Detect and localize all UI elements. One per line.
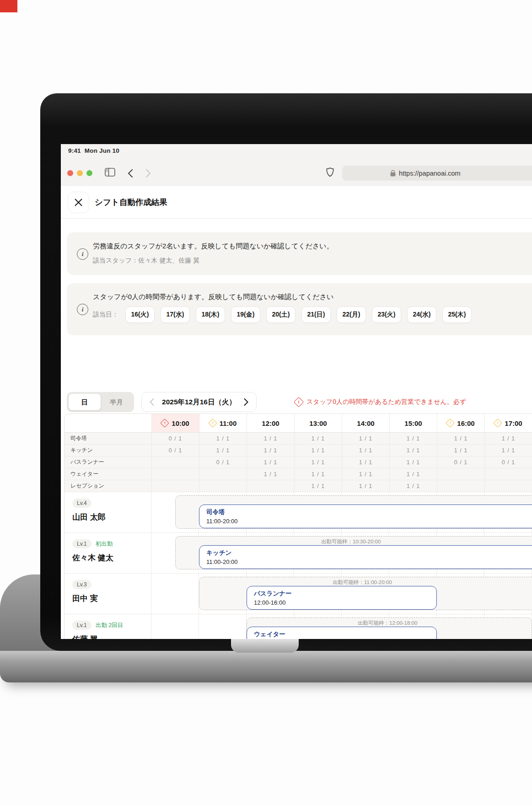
view-day-button[interactable]: 日	[69, 394, 101, 410]
chevron-right-icon[interactable]	[244, 398, 248, 406]
staff-row: Lv.1初出勤佐々木 健太出勤可能枠：10:30-20:00キッチン11:00-…	[64, 533, 532, 574]
close-button[interactable]	[68, 192, 89, 213]
shift-block[interactable]: ウェイター12:00-16:00	[247, 627, 437, 639]
date-chip-list: 該当日： 16(火)17(水)18(木)19(金)20(土)21(日)22(月)…	[93, 306, 472, 323]
level-badge: Lv.4	[72, 499, 91, 508]
role-count-cell: 1 / 1	[437, 445, 484, 456]
date-chip[interactable]: 21(日)	[301, 306, 331, 323]
role-summary-row: 司令塔0 / 11 / 11 / 11 / 11 / 11 / 11 / 11 …	[64, 433, 532, 445]
sidebar-toggle-icon[interactable]	[105, 168, 115, 177]
time-column-header: 14:00	[342, 414, 389, 432]
role-count-cell: 1 / 1	[342, 456, 389, 468]
role-count-cell: 1 / 1	[294, 445, 342, 456]
role-summary-row: ウェイター1 / 11 / 11 / 11 / 1	[64, 468, 532, 480]
window-close-button[interactable]	[67, 170, 73, 176]
date-chip[interactable]: 17(水)	[161, 306, 190, 323]
role-count-cell: 1 / 1	[247, 456, 294, 468]
url-field[interactable]: https://papanoai.com	[342, 166, 532, 181]
date-chip[interactable]: 22(月)	[337, 306, 366, 323]
chevron-left-icon[interactable]	[150, 398, 154, 406]
role-count-cell: 1 / 1	[389, 433, 437, 444]
availability-label: 出勤可能枠：11:00-20:00	[333, 579, 392, 586]
role-count-cell: 0 / 1	[484, 456, 532, 468]
role-count-cell: 1 / 1	[389, 456, 437, 468]
window-minimize-button[interactable]	[77, 170, 83, 176]
page: { "status_bar": { "time": "9:41", "date"…	[0, 0, 532, 805]
critical-diamond-icon: !	[160, 419, 169, 428]
role-name: レセプション	[64, 480, 151, 492]
role-name: キッチン	[64, 445, 151, 456]
staff-meta: Lv.1出勤 2回目	[72, 621, 151, 630]
date-chip[interactable]: 20(土)	[266, 306, 296, 323]
url-text: https://papanoai.com	[399, 170, 461, 177]
level-badge: Lv.1	[72, 539, 91, 548]
operation-alert-text: スタッフ0人の時間帯があるため営業できません。必ず	[306, 398, 466, 406]
role-count-cell	[151, 480, 199, 492]
labor-violation-notice: i 労務違反のスタッフが2名います。反映しても問題ないか確認してください。 該当…	[67, 232, 532, 275]
shift-block[interactable]: キッチン11:00-20:00	[199, 545, 532, 569]
back-button-icon[interactable]	[128, 169, 133, 177]
date-chip[interactable]: 16(火)	[125, 306, 155, 323]
shift-role-label: ウェイター	[254, 630, 436, 639]
date-chip[interactable]: 24(水)	[407, 306, 436, 323]
role-name: バスランナー	[64, 456, 151, 468]
view-half-month-button[interactable]: 半月	[101, 394, 133, 410]
gantt-lane: 司令塔11:00-20:00	[151, 492, 532, 532]
time-column-header: 12:00	[247, 414, 294, 432]
laptop-lid-notch	[231, 639, 299, 653]
role-count-cell: 0 / 1	[437, 456, 484, 468]
staff-name: 佐々木 健太	[72, 553, 151, 563]
shift-block[interactable]: バスランナー12:00-16:00	[247, 586, 437, 610]
staff-gantt-rows: Lv.4山田 太郎司令塔11:00-20:00Lv.1初出勤佐々木 健太出勤可能…	[64, 492, 532, 639]
privacy-shield-icon[interactable]	[326, 167, 334, 177]
forward-button-icon[interactable]	[145, 169, 151, 177]
time-column-header: !17:00	[484, 414, 532, 432]
staff-row: Lv.3田中 実出勤可能枠：11:00-20:00バスランナー12:00-16:…	[64, 574, 532, 614]
info-icon: i	[77, 248, 88, 260]
level-badge: Lv.1	[72, 621, 91, 630]
header-corner-cell	[64, 414, 151, 432]
current-date-label: 2025年12月16日（火）	[162, 397, 236, 407]
time-column-header: 13:00	[294, 414, 342, 432]
shift-role-label: 司令塔	[206, 508, 532, 516]
time-label: 12:00	[262, 419, 279, 427]
role-count-cell	[151, 468, 199, 480]
date-chip-list-label: 該当日：	[93, 311, 118, 319]
clock: 9:41	[68, 147, 81, 154]
role-count-cell: 1 / 1	[389, 480, 437, 492]
warning-diamond-icon: !	[446, 419, 455, 428]
date-chip[interactable]: 18(木)	[196, 306, 225, 323]
role-count-cell	[437, 480, 484, 492]
staff-row: Lv.4山田 太郎司令塔11:00-20:00	[64, 492, 532, 533]
staff-row: Lv.1出勤 2回目佐藤 翼出勤可能枠：12:00-18:00ウェイター12:0…	[64, 614, 532, 639]
role-count-cell: 1 / 1	[389, 445, 437, 456]
window-zoom-button[interactable]	[86, 170, 92, 176]
staff-name: 田中 実	[72, 593, 151, 604]
time-column-header: !11:00	[199, 414, 247, 432]
shift-time-label: 11:00-20:00	[206, 518, 532, 525]
availability-label: 出勤可能枠：10:30-20:00	[321, 538, 381, 545]
role-count-cell: 1 / 1	[247, 433, 294, 444]
role-count-cell: 1 / 1	[247, 445, 294, 456]
time-column-header: 15:00	[389, 414, 437, 432]
date: Mon Jun 10	[85, 147, 119, 154]
role-count-cell: 1 / 1	[484, 445, 532, 456]
staff-info-cell: Lv.3田中 実	[64, 574, 151, 614]
role-name: ウェイター	[64, 468, 151, 480]
role-count-cell	[199, 480, 247, 492]
role-count-cell	[247, 480, 294, 492]
staff-meta: Lv.4	[72, 499, 151, 508]
role-count-cell: 0 / 1	[199, 456, 247, 468]
status-bar: 9:41 Mon Jun 10	[61, 144, 532, 158]
date-chip[interactable]: 23(火)	[372, 306, 401, 323]
close-icon	[75, 199, 82, 206]
time-label: 16:00	[457, 419, 474, 427]
date-chip[interactable]: 25(木)	[442, 306, 472, 323]
role-count-cell	[199, 468, 247, 480]
level-badge: Lv.3	[72, 580, 91, 589]
laptop-base	[0, 651, 532, 682]
role-name: 司令塔	[64, 433, 151, 444]
role-count-cell: 1 / 1	[294, 433, 342, 444]
date-chip[interactable]: 19(金)	[231, 306, 260, 323]
shift-block[interactable]: 司令塔11:00-20:00	[199, 504, 532, 528]
